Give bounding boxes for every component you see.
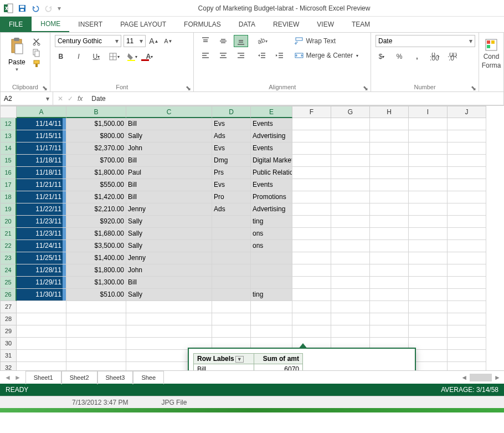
cell[interactable] (292, 118, 331, 130)
cell[interactable] (292, 155, 331, 167)
cell[interactable] (292, 179, 331, 191)
row-header[interactable]: 22 (0, 240, 17, 252)
col-header-G[interactable]: G (331, 106, 370, 118)
table-row[interactable]: 2211/24/11$3,500.00Sallyons (0, 240, 504, 252)
cell[interactable]: Prs (212, 167, 251, 179)
cell[interactable] (448, 252, 486, 264)
cell[interactable] (17, 338, 66, 350)
cell[interactable] (17, 362, 66, 370)
conditional-format-button[interactable]: Cond Forma (484, 35, 499, 69)
cell[interactable]: Evs (212, 118, 251, 130)
table-row[interactable]: 1911/22/11$2,210.00JennyAdsAdvertising (0, 203, 504, 216)
merge-center-button[interactable]: Merge & Center▾ (292, 49, 361, 62)
cell[interactable] (409, 325, 448, 338)
cell[interactable] (448, 167, 486, 179)
cell[interactable]: $550.00 (66, 179, 126, 191)
cell[interactable]: 11/17/11 (17, 142, 66, 155)
redo-icon[interactable] (44, 4, 53, 13)
cell[interactable] (370, 216, 409, 228)
col-header-C[interactable]: C (126, 106, 212, 118)
cell[interactable] (66, 338, 126, 350)
cell[interactable] (448, 155, 486, 167)
cell[interactable]: $1,400.00 (66, 252, 126, 264)
accounting-format-button[interactable]: $▾ (376, 50, 388, 63)
cell[interactable] (448, 142, 486, 155)
cell[interactable] (251, 325, 292, 338)
cell[interactable] (66, 313, 126, 325)
cell[interactable] (448, 118, 486, 130)
cell[interactable] (292, 240, 331, 252)
sheet-nav-prev-icon[interactable]: ◄ (4, 374, 11, 381)
tab-insert[interactable]: INSERT (69, 17, 111, 32)
cell[interactable] (370, 277, 409, 289)
cell[interactable] (409, 203, 448, 216)
cell[interactable] (370, 240, 409, 252)
fill-color-button[interactable]: ▾ (126, 50, 138, 63)
cell[interactable] (292, 325, 331, 338)
cell[interactable] (212, 277, 251, 289)
cell[interactable] (331, 301, 370, 313)
table-row[interactable]: 2511/29/11$1,300.00Bill (0, 277, 504, 289)
cell[interactable] (448, 362, 486, 370)
cut-icon[interactable] (32, 37, 41, 46)
cell[interactable]: Pro (212, 191, 251, 203)
cell[interactable] (292, 301, 331, 313)
col-header-E[interactable]: E (251, 106, 292, 118)
cell[interactable]: $920.00 (66, 216, 126, 228)
increase-indent-button[interactable] (272, 49, 287, 62)
cell[interactable] (448, 203, 486, 216)
cell[interactable]: Sally (126, 289, 212, 301)
cell[interactable] (66, 362, 126, 370)
copy-icon[interactable] (32, 48, 41, 57)
cell[interactable] (212, 301, 251, 313)
cell[interactable] (370, 228, 409, 240)
select-all-corner[interactable] (0, 106, 17, 118)
cell[interactable] (126, 301, 212, 313)
cell[interactable] (292, 191, 331, 203)
cell[interactable]: $2,210.00 (66, 203, 126, 216)
row-header[interactable]: 16 (0, 167, 17, 179)
row-header[interactable]: 32 (0, 362, 17, 370)
cell[interactable]: 11/14/11 (17, 118, 66, 130)
cell[interactable]: Dmg (212, 155, 251, 167)
table-row[interactable]: 2611/30/11$510.00Sallyting (0, 289, 504, 301)
table-row[interactable]: 1511/18/11$700.00BillDmgDigital Marketin… (0, 155, 504, 167)
col-header-D[interactable]: D (212, 106, 251, 118)
fx-icon[interactable]: fx (78, 95, 83, 103)
cell[interactable] (331, 264, 370, 277)
cell[interactable]: ons (251, 240, 292, 252)
horizontal-scrollbar[interactable]: ◄► (461, 374, 504, 381)
cell[interactable] (448, 277, 486, 289)
cell[interactable]: $1,800.00 (66, 167, 126, 179)
cell[interactable] (331, 167, 370, 179)
align-bottom-button[interactable] (234, 35, 248, 47)
cell[interactable] (370, 130, 409, 142)
align-center-button[interactable] (216, 49, 230, 62)
row-header[interactable]: 26 (0, 289, 17, 301)
cell[interactable] (409, 277, 448, 289)
table-row[interactable]: 2311/25/11$1,400.00Jenny (0, 252, 504, 264)
cell[interactable] (292, 252, 331, 264)
decrease-font-icon[interactable]: A▼ (162, 35, 174, 47)
cell[interactable] (370, 264, 409, 277)
cell[interactable] (292, 142, 331, 155)
cell[interactable] (370, 118, 409, 130)
cell[interactable]: Bill (126, 118, 212, 130)
cell[interactable] (409, 216, 448, 228)
number-launcher-icon[interactable]: ⬊ (471, 84, 476, 90)
table-row[interactable]: 1611/18/11$1,800.00PaulPrsPublic Relatio… (0, 167, 504, 179)
table-row[interactable]: 1211/14/11$1,500.00BillEvsEvents (0, 118, 504, 130)
col-header-J[interactable]: J (448, 106, 486, 118)
cell[interactable] (17, 350, 66, 362)
name-box[interactable]: A2▾ (1, 92, 53, 105)
save-icon[interactable] (18, 4, 27, 13)
cell[interactable] (212, 313, 251, 325)
row-header[interactable]: 19 (0, 203, 17, 216)
row-header[interactable]: 27 (0, 301, 17, 313)
cell[interactable] (448, 301, 486, 313)
cell[interactable] (409, 264, 448, 277)
font-size-combo[interactable]: 11▾ (124, 35, 146, 47)
cell[interactable]: Evs (212, 179, 251, 191)
cell[interactable]: Promotions (251, 191, 292, 203)
cell[interactable] (17, 313, 66, 325)
